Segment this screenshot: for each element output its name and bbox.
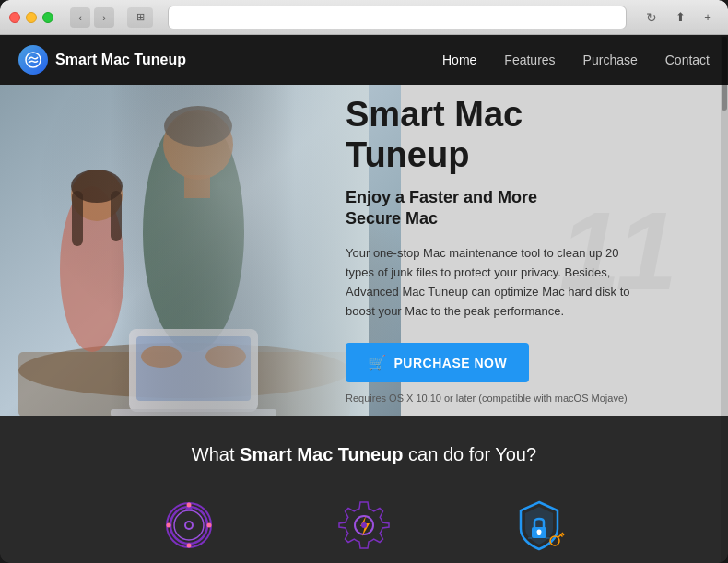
cart-icon: 🛒 (368, 354, 387, 371)
scrollbar-thumb[interactable] (722, 37, 727, 111)
feature-item-cleanup: Deep System Cleanup (124, 493, 253, 563)
address-bar[interactable] (168, 6, 627, 29)
nav-purchase[interactable]: Purchase (583, 53, 638, 67)
features-brand-name: Smart Mac Tuneup (240, 444, 403, 464)
nav-features[interactable]: Features (504, 53, 555, 67)
features-title: What Smart Mac Tuneup can do for You? (18, 444, 710, 465)
toolbar-right: ⬆ + (669, 7, 719, 28)
os-requirement: Requires OS X 10.10 or later (compatible… (346, 392, 682, 405)
navigation-buttons: ‹ › (70, 7, 114, 28)
new-tab-button[interactable]: + (697, 7, 719, 28)
svg-point-28 (187, 544, 192, 548)
svg-point-0 (26, 53, 41, 67)
hero-title: Smart Mac Tuneup (346, 95, 682, 175)
svg-rect-19 (0, 85, 369, 416)
title-bar: ‹ › ⊞ ↻ ⬆ + (0, 0, 728, 35)
cleanup-icon (161, 498, 217, 553)
security-icon (511, 498, 567, 553)
refresh-button[interactable]: ↻ (641, 7, 662, 28)
svg-point-30 (361, 522, 367, 528)
maximize-button[interactable] (42, 12, 53, 23)
traffic-lights (9, 12, 53, 23)
hero-description: Your one-stop Mac maintenance tool to cl… (346, 244, 640, 321)
hero-subtitle: Enjoy a Faster and More Secure Mac (346, 187, 682, 230)
features-section: What Smart Mac Tuneup can do for You? (0, 416, 728, 563)
hero-content: Smart Mac Tuneup Enjoy a Faster and More… (336, 85, 700, 416)
svg-point-25 (187, 503, 192, 508)
logo-svg (24, 51, 42, 69)
cleanup-icon-wrapper (157, 493, 221, 557)
logo-text: Smart Mac Tuneup (55, 52, 186, 68)
performance-icon (336, 498, 392, 553)
tab-view-button[interactable]: ⊞ (127, 7, 153, 28)
security-icon-wrapper (507, 493, 571, 557)
hero-photo-svg (0, 85, 369, 416)
nav-home[interactable]: Home (442, 53, 476, 67)
svg-point-24 (186, 522, 192, 528)
forward-button[interactable]: › (94, 7, 114, 28)
features-title-suffix: can do for You? (404, 444, 537, 464)
minimize-button[interactable] (26, 12, 37, 23)
svg-point-26 (207, 523, 212, 528)
logo-icon (18, 45, 48, 75)
scrollbar-track[interactable] (721, 35, 728, 563)
browser-window: ‹ › ⊞ ↻ ⬆ + Smart Mac Tuneup (0, 0, 728, 563)
back-button[interactable]: ‹ (70, 7, 90, 28)
features-grid: Deep System Cleanup (18, 493, 710, 563)
purchase-now-button[interactable]: 🛒 PURCHASE NOW (346, 343, 529, 382)
svg-rect-33 (538, 532, 541, 535)
share-button[interactable]: ⬆ (669, 7, 691, 28)
performance-icon-wrapper (332, 493, 396, 557)
nav-links: Home Features Purchase Contact (442, 53, 710, 67)
feature-item-security: Full Security Protection (475, 493, 604, 563)
purchase-btn-label: PURCHASE NOW (394, 356, 508, 370)
close-button[interactable] (9, 12, 20, 23)
feature-item-performance: Excellent Performance Boost (299, 493, 429, 563)
hero-section: 11 Smart Mac Tuneup Enjoy a Faster and M… (0, 85, 728, 416)
features-title-prefix: What (192, 444, 240, 464)
svg-line-37 (561, 535, 563, 537)
site-navigation: Smart Mac Tuneup Home Features Purchase … (0, 35, 728, 85)
site-logo[interactable]: Smart Mac Tuneup (18, 45, 186, 75)
svg-line-36 (562, 534, 564, 535)
nav-contact[interactable]: Contact (665, 53, 710, 67)
svg-point-27 (167, 523, 171, 528)
webpage-content: Smart Mac Tuneup Home Features Purchase … (0, 35, 728, 563)
